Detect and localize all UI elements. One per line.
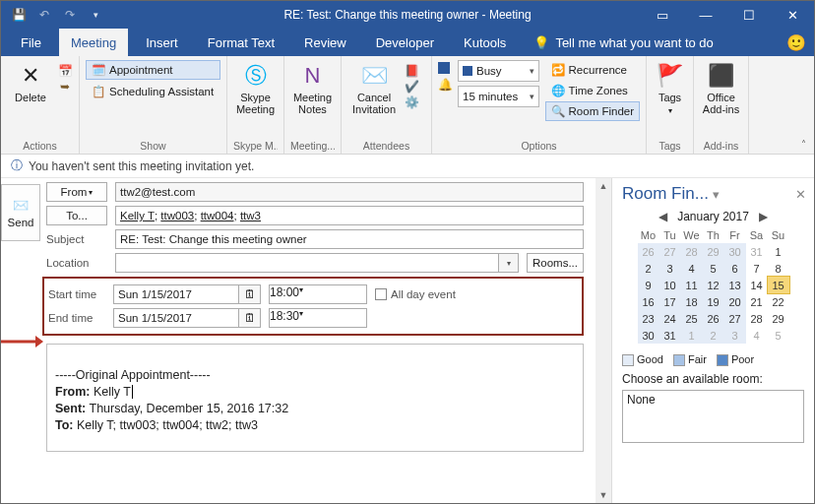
calendar-day[interactable]: 9 (638, 277, 659, 293)
location-dropdown-icon[interactable]: ▾ (499, 253, 519, 273)
redo-icon[interactable]: ↷ (62, 7, 78, 23)
vertical-scrollbar[interactable]: ▲ ▼ (596, 178, 611, 503)
calendar-day[interactable]: 5 (768, 327, 789, 344)
tell-me-input[interactable]: 💡 Tell me what you want to do (524, 29, 722, 56)
calendar-day[interactable]: 31 (659, 327, 681, 344)
save-icon[interactable]: 💾 (11, 7, 27, 23)
calendar-day[interactable]: 3 (659, 260, 681, 277)
calendar-day[interactable]: 12 (703, 277, 724, 293)
calendar-day[interactable]: 4 (746, 327, 768, 344)
ribbon-display-icon[interactable]: ▭ (641, 1, 684, 29)
skype-meeting-button[interactable]: Ⓢ Skype Meeting (233, 60, 278, 117)
calendar-day[interactable]: 20 (724, 293, 746, 310)
calendar-day[interactable]: 6 (724, 260, 746, 277)
prev-month-icon[interactable]: ◀ (655, 210, 671, 223)
delete-button[interactable]: ✕ Delete (7, 60, 54, 105)
room-list[interactable]: None (622, 390, 804, 443)
tab-review[interactable]: Review (292, 29, 358, 56)
scroll-up-icon[interactable]: ▲ (596, 178, 611, 194)
calendar-day[interactable]: 10 (659, 277, 681, 293)
tab-insert[interactable]: Insert (134, 29, 190, 56)
room-list-item[interactable]: None (627, 393, 799, 407)
meeting-notes-button[interactable]: N Meeting Notes (290, 60, 335, 117)
tags-button[interactable]: 🚩 Tags▾ (653, 60, 687, 118)
calendar-day[interactable]: 26 (638, 243, 659, 260)
calendar-day[interactable]: 29 (768, 310, 789, 327)
calendar-day[interactable]: 8 (768, 260, 789, 277)
chevron-down-icon[interactable]: ▾ (299, 309, 303, 327)
calendar-day[interactable]: 11 (681, 277, 703, 293)
calendar-day[interactable]: 1 (768, 243, 789, 260)
calendar-picker-icon[interactable]: 🗓 (238, 285, 260, 303)
chevron-down-icon[interactable]: ▾ (299, 285, 303, 303)
send-button[interactable]: ✉️ Send (1, 184, 40, 241)
start-date-field[interactable]: Sun 1/15/2017 🗓 (113, 284, 261, 304)
response-options-icon[interactable]: ⚙️ (405, 95, 418, 109)
calendar-day[interactable]: 28 (746, 310, 768, 327)
close-icon[interactable]: ✕ (771, 1, 814, 29)
calendar-day[interactable]: 27 (724, 310, 746, 327)
recurrence-button[interactable]: 🔁Recurrence (545, 60, 640, 80)
calendar-day[interactable]: 5 (703, 260, 724, 277)
collapse-ribbon-icon[interactable]: ˄ (797, 137, 810, 152)
location-field[interactable] (115, 253, 499, 273)
time-zones-button[interactable]: 🌐Time Zones (545, 81, 640, 100)
minimize-icon[interactable]: — (684, 1, 727, 29)
calendar-day[interactable]: 2 (703, 327, 724, 344)
feedback-smile-icon[interactable]: 🙂 (786, 29, 806, 56)
calendar-day[interactable]: 24 (659, 310, 681, 327)
calendar-day[interactable]: 30 (638, 327, 659, 344)
end-date-field[interactable]: Sun 1/15/2017 🗓 (113, 308, 261, 328)
calendar-day[interactable]: 1 (681, 327, 703, 344)
calendar-day[interactable]: 14 (746, 277, 768, 293)
calendar-day[interactable]: 22 (768, 293, 789, 310)
start-time-field[interactable]: 18:00 ▾ (269, 284, 367, 304)
calendar-day[interactable]: 18 (681, 293, 703, 310)
to-button[interactable]: To... (46, 206, 107, 225)
calendar-day[interactable]: 21 (746, 293, 768, 310)
appointment-button[interactable]: 🗓️ Appointment (86, 60, 220, 80)
show-as-dropdown[interactable]: Busy▾ (458, 60, 539, 82)
cancel-invitation-button[interactable]: ✉️ Cancel Invitation (347, 60, 401, 117)
calendar-day[interactable]: 23 (638, 310, 659, 327)
message-body[interactable]: -----Original Appointment----- From: Kel… (46, 344, 584, 452)
calendar-day[interactable]: 26 (703, 310, 724, 327)
calendar-day[interactable]: 25 (681, 310, 703, 327)
check-names-icon[interactable]: ✔️ (405, 80, 418, 94)
panel-menu-icon[interactable]: ▾ (713, 187, 720, 202)
calendar-day[interactable]: 16 (638, 293, 659, 310)
calendar-day[interactable]: 3 (724, 327, 746, 344)
address-book-icon[interactable]: 📕 (405, 64, 418, 78)
subject-field[interactable]: RE: Test: Change this meeting owner (115, 229, 584, 249)
calendar-day[interactable]: 30 (724, 243, 746, 260)
scroll-down-icon[interactable]: ▼ (596, 487, 611, 503)
room-finder-button[interactable]: 🔍Room Finder (545, 101, 640, 121)
undo-icon[interactable]: ↶ (36, 7, 52, 23)
forward-icon[interactable]: ➥ (58, 80, 72, 94)
reminder-dropdown[interactable]: 15 minutes▾ (458, 86, 539, 107)
calendar-day[interactable]: 28 (681, 243, 703, 260)
tab-format-text[interactable]: Format Text (196, 29, 286, 56)
end-time-field[interactable]: 18:30 ▾ (269, 308, 367, 328)
calendar-day[interactable]: 15 (768, 277, 789, 293)
calendar-day[interactable]: 19 (703, 293, 724, 310)
tab-meeting[interactable]: Meeting (59, 29, 128, 56)
calendar-day[interactable]: 7 (746, 260, 768, 277)
calendar-day[interactable]: 4 (681, 260, 703, 277)
tab-kutools[interactable]: Kutools (452, 29, 518, 56)
office-addins-button[interactable]: ⬛ Office Add-ins (700, 60, 742, 117)
calendar-picker-icon[interactable]: 🗓 (238, 309, 260, 327)
calendar-day[interactable]: 13 (724, 277, 746, 293)
to-field[interactable]: Kelly T; ttw003; ttw004; ttw3 (115, 206, 584, 225)
panel-close-icon[interactable]: ✕ (795, 187, 806, 202)
calendar-day[interactable]: 17 (659, 293, 681, 310)
calendar-day[interactable]: 31 (746, 243, 768, 260)
tab-developer[interactable]: Developer (364, 29, 446, 56)
tab-file[interactable]: File (9, 29, 53, 56)
all-day-checkbox[interactable]: All day event (375, 288, 456, 300)
next-month-icon[interactable]: ▶ (755, 210, 772, 223)
calendar-day[interactable]: 29 (703, 243, 724, 260)
rooms-button[interactable]: Rooms... (527, 253, 584, 273)
calendar-icon[interactable]: 📅 (58, 64, 72, 78)
maximize-icon[interactable]: ☐ (727, 1, 771, 29)
